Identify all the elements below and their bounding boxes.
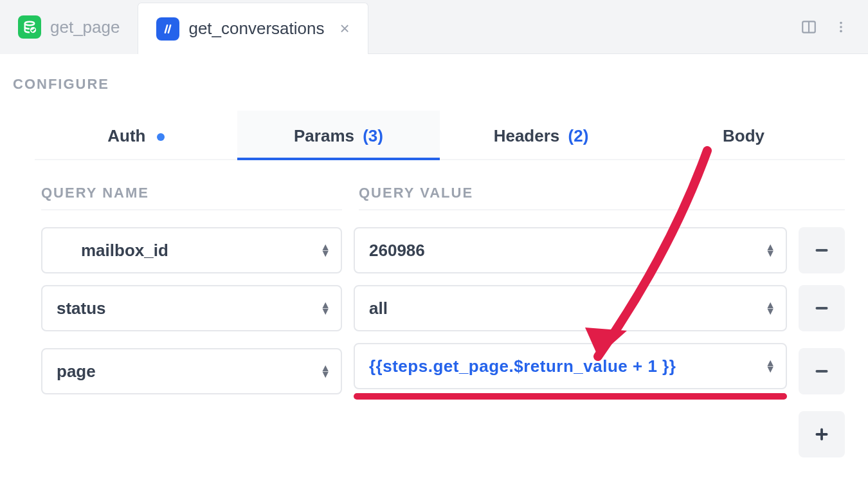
svg-point-0 (25, 22, 35, 26)
tab-get-conversations[interactable]: get_conversations × (138, 3, 368, 54)
tab-label: get_conversations (188, 19, 324, 39)
sort-handle-icon[interactable]: ▲▼ (320, 302, 330, 315)
layout-panel-icon[interactable] (799, 17, 819, 37)
add-row-container (35, 406, 845, 475)
remove-row-button[interactable] (799, 227, 845, 273)
add-row-button[interactable] (799, 411, 845, 457)
sort-handle-icon[interactable]: ▲▼ (320, 365, 330, 378)
tab-label: get_page (50, 17, 120, 37)
param-name-cell: page ▲▼ (41, 348, 342, 394)
tabbar-spacer (368, 0, 782, 54)
tab-get-page[interactable]: get_page (0, 0, 138, 54)
subtab-count: (3) (363, 126, 383, 145)
svg-point-4 (840, 21, 842, 24)
param-name-cell: mailbox_id ▲▼ (41, 227, 342, 273)
db-check-icon (18, 15, 41, 39)
sort-handle-icon[interactable]: ▲▼ (765, 302, 775, 315)
sort-handle-icon[interactable]: ▲▼ (765, 244, 775, 257)
sort-handle-icon[interactable]: ▲▼ (320, 244, 330, 257)
config-panel: Auth Params (3) Headers (2) Body QUERY N… (0, 111, 868, 475)
subtab-label: Body (723, 126, 764, 145)
col-header-name: QUERY NAME (41, 185, 342, 201)
close-icon[interactable]: × (339, 19, 349, 39)
indicator-dot-icon (157, 133, 165, 141)
svg-point-5 (840, 26, 842, 28)
more-menu-icon[interactable] (831, 17, 851, 37)
page-body: CONFIGURE Auth Params (3) Headers (2) Bo… (0, 54, 868, 480)
subtab-label: Auth (107, 126, 145, 145)
section-label: CONFIGURE (0, 54, 868, 111)
subtab-label: Params (294, 126, 354, 145)
subtab-count: (2) (568, 126, 589, 145)
param-name-input[interactable]: status (41, 285, 342, 331)
sort-handle-icon[interactable]: ▲▼ (765, 360, 775, 373)
app-root: get_page get_conversations × (0, 0, 868, 480)
annotation-underline (354, 393, 787, 400)
svg-point-6 (840, 30, 842, 32)
subtab-label: Headers (494, 126, 560, 145)
blue-slash-icon (156, 17, 179, 41)
annotation-arrow-icon (566, 144, 733, 376)
tabbar-actions (782, 0, 868, 54)
subtab-auth[interactable]: Auth (35, 111, 237, 159)
param-name-input[interactable]: mailbox_id (41, 227, 342, 273)
param-name-input[interactable]: page (41, 348, 342, 394)
remove-row-button[interactable] (799, 348, 845, 394)
param-name-cell: status ▲▼ (41, 285, 342, 331)
remove-row-button[interactable] (799, 285, 845, 331)
subtab-params[interactable]: Params (3) (237, 111, 440, 159)
tab-bar: get_page get_conversations × (0, 0, 868, 54)
